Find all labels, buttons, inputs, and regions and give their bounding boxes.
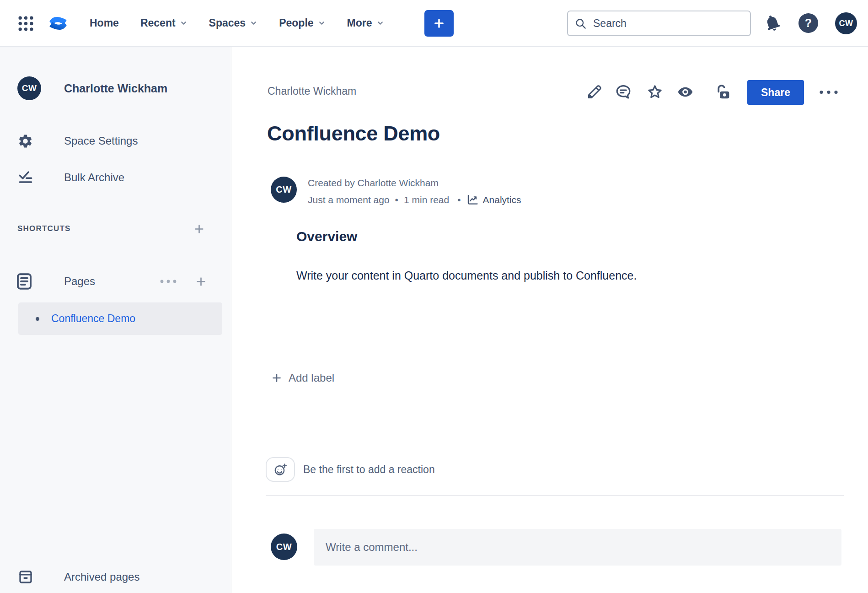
comments-button[interactable] — [615, 83, 632, 101]
separator-dot: • — [457, 194, 461, 205]
primary-nav-menu: Home Recent Spaces People More — [90, 0, 384, 46]
ellipsis-icon — [818, 89, 839, 95]
plus-icon — [195, 275, 207, 288]
page-tree-item-confluence-demo[interactable]: Confluence Demo — [18, 302, 222, 335]
separator-dot: • — [395, 194, 398, 205]
help-button[interactable]: ? — [798, 13, 818, 33]
section-heading: Overview — [296, 229, 357, 244]
plus-icon — [433, 17, 445, 30]
sidebar-item-label: Pages — [64, 275, 159, 288]
unlock-icon — [714, 83, 731, 100]
bulk-archive-icon — [17, 170, 41, 186]
search-box[interactable] — [567, 11, 751, 36]
reaction-prompt-text: Be the first to add a reaction — [303, 464, 435, 476]
eye-icon — [676, 83, 695, 101]
avatar-initials: CW — [276, 542, 292, 552]
page-icon — [15, 272, 38, 291]
favorite-button[interactable] — [646, 83, 664, 101]
reactions-section: Be the first to add a reaction — [266, 457, 435, 482]
nav-item-people[interactable]: People — [279, 17, 325, 29]
comment-bubble-icon — [615, 83, 632, 101]
share-button[interactable]: Share — [747, 80, 804, 105]
sidebar-item-space-settings[interactable]: Space Settings — [0, 129, 231, 153]
shortcuts-section-header: SHORTCUTS — [0, 220, 231, 238]
body-paragraph: Write your content in Quarto documents a… — [296, 269, 637, 282]
bullet-icon — [36, 317, 39, 321]
created-by-text: Created by Charlotte Wickham — [308, 178, 521, 189]
search-icon — [574, 17, 587, 30]
app-switcher-button[interactable] — [17, 15, 34, 32]
confluence-logo-icon[interactable] — [47, 14, 70, 33]
pencil-icon — [587, 83, 603, 100]
shortcuts-heading: SHORTCUTS — [17, 224, 193, 233]
page-more-actions-button[interactable] — [818, 89, 839, 95]
section-divider — [266, 495, 844, 496]
sidebar-item-label: Bulk Archive — [64, 171, 124, 184]
sidebar-item-label: Archived pages — [64, 571, 139, 583]
bell-icon — [763, 13, 782, 33]
share-button-label: Share — [761, 86, 790, 98]
nav-item-home[interactable]: Home — [90, 17, 119, 29]
comment-input[interactable] — [325, 540, 830, 554]
breadcrumb[interactable]: Charlotte Wickham — [268, 85, 356, 97]
page-tree-item-label: Confluence Demo — [51, 313, 135, 325]
nav-item-label: Recent — [140, 17, 176, 29]
restrictions-button[interactable] — [714, 83, 731, 100]
analytics-chart-icon — [466, 194, 479, 206]
page-title: Confluence Demo — [267, 122, 440, 146]
nav-item-label: More — [347, 17, 372, 29]
ellipsis-icon — [159, 279, 177, 284]
chevron-down-icon — [318, 19, 326, 27]
watch-button[interactable] — [676, 83, 695, 101]
comment-section: CW — [271, 529, 841, 566]
analytics-link[interactable]: Analytics — [466, 194, 521, 206]
analytics-label: Analytics — [483, 194, 521, 205]
nav-item-recent[interactable]: Recent — [140, 17, 188, 29]
nav-item-label: People — [279, 17, 313, 29]
comment-input-box[interactable] — [314, 529, 841, 566]
avatar-initials: CW — [22, 83, 37, 93]
space-name: Charlotte Wickham — [64, 82, 167, 95]
emoji-add-icon — [273, 462, 288, 477]
gear-icon — [17, 133, 41, 149]
chevron-down-icon — [376, 19, 384, 27]
plus-icon — [193, 223, 205, 235]
chevron-down-icon — [180, 19, 188, 27]
space-header[interactable]: CW Charlotte Wickham — [0, 75, 231, 101]
sidebar-item-pages[interactable]: Pages — [0, 265, 231, 297]
nav-item-label: Spaces — [209, 17, 246, 29]
author-avatar[interactable]: CW — [271, 177, 297, 203]
edit-button[interactable] — [587, 83, 603, 100]
nav-item-spaces[interactable]: Spaces — [209, 17, 258, 29]
sidebar-item-archived-pages[interactable]: Archived pages — [0, 564, 231, 590]
add-label-text: Add label — [289, 372, 334, 384]
question-mark-icon: ? — [805, 16, 812, 30]
notifications-button[interactable] — [763, 13, 782, 33]
avatar-initials: CW — [276, 184, 291, 195]
plus-icon — [271, 372, 283, 384]
top-navigation-bar: Home Recent Spaces People More — [0, 0, 868, 47]
sidebar-item-bulk-archive[interactable]: Bulk Archive — [0, 166, 231, 189]
archive-box-icon — [17, 569, 41, 585]
app-grid-icon — [17, 15, 34, 32]
nav-item-label: Home — [90, 17, 119, 29]
sidebar-item-label: Space Settings — [64, 135, 138, 147]
nav-item-more[interactable]: More — [347, 17, 384, 29]
last-modified-text[interactable]: Just a moment ago — [308, 194, 390, 205]
user-avatar[interactable]: CW — [835, 12, 857, 34]
commenter-avatar: CW — [271, 534, 297, 560]
byline: CW Created by Charlotte Wickham Just a m… — [271, 177, 521, 206]
star-icon — [646, 83, 664, 101]
create-button[interactable] — [424, 10, 454, 37]
read-time-text: 1 min read — [404, 194, 449, 205]
add-page-button[interactable] — [195, 275, 207, 288]
chevron-down-icon — [250, 19, 257, 27]
add-shortcut-button[interactable] — [193, 223, 205, 235]
pages-more-button[interactable] — [159, 279, 177, 284]
space-avatar: CW — [17, 76, 41, 100]
add-label-button[interactable]: Add label — [271, 372, 334, 384]
avatar-initials: CW — [839, 19, 853, 28]
search-input[interactable] — [592, 17, 744, 30]
add-reaction-button[interactable] — [266, 457, 295, 482]
space-sidebar: CW Charlotte Wickham Space Settings Bulk… — [0, 47, 231, 593]
